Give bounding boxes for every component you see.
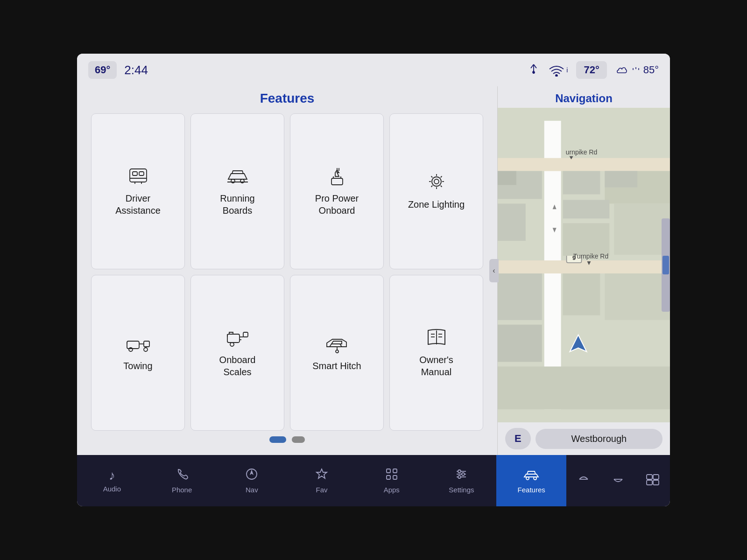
svg-point-91 xyxy=(526,477,529,480)
driver-assistance-label: DriverAssistance xyxy=(115,192,161,217)
feature-zone-lighting[interactable]: Zone Lighting xyxy=(389,113,483,269)
main-screen: 69° 2:44 i xyxy=(77,54,670,506)
svg-rect-96 xyxy=(653,475,659,479)
svg-rect-39 xyxy=(227,334,240,343)
nav-direction[interactable]: E xyxy=(505,428,531,449)
nav-panel: ‹ Navigation 9 xyxy=(497,86,670,455)
svg-rect-65 xyxy=(563,223,610,256)
svg-point-90 xyxy=(458,476,461,478)
svg-line-32 xyxy=(431,186,432,187)
page-dot-2[interactable] xyxy=(292,436,305,443)
nav-nav[interactable]: Nav xyxy=(217,455,287,506)
page-dot-1[interactable] xyxy=(269,436,286,443)
fav-label: Fav xyxy=(316,486,328,494)
towing-icon xyxy=(126,334,150,353)
svg-rect-11 xyxy=(139,172,144,175)
audio-icon: ♪ xyxy=(109,469,115,482)
nav-destination[interactable]: Westborough xyxy=(536,429,662,449)
nav-right-icons xyxy=(566,455,670,506)
svg-rect-82 xyxy=(393,469,397,473)
phone-label: Phone xyxy=(172,486,192,494)
svg-point-5 xyxy=(556,75,557,77)
svg-rect-69 xyxy=(605,273,670,320)
svg-rect-35 xyxy=(144,341,149,347)
svg-line-2 xyxy=(534,64,536,68)
feature-onboard-scales[interactable]: OnboardScales xyxy=(190,275,284,431)
svg-rect-67 xyxy=(498,325,542,362)
svg-rect-20 xyxy=(331,178,343,185)
svg-point-92 xyxy=(534,477,536,480)
svg-rect-95 xyxy=(647,475,652,479)
svg-rect-62 xyxy=(605,171,637,188)
forward-icon[interactable] xyxy=(610,473,626,489)
nav-phone[interactable]: Phone xyxy=(147,455,217,506)
feature-running-boards[interactable]: RunningBoards xyxy=(190,113,284,269)
svg-point-24 xyxy=(434,179,439,184)
running-boards-icon xyxy=(226,166,250,186)
feature-pro-power[interactable]: Pro PowerOnboard xyxy=(290,113,384,269)
svg-text:Turnpike Rd: Turnpike Rd xyxy=(573,252,608,260)
svg-rect-83 xyxy=(387,476,390,479)
running-boards-label: RunningBoards xyxy=(220,192,255,217)
clock: 2:44 xyxy=(124,63,148,77)
pro-power-icon xyxy=(325,166,349,186)
svg-rect-70 xyxy=(498,366,670,409)
owners-manual-icon xyxy=(424,328,449,347)
svg-rect-97 xyxy=(647,480,652,485)
nav-apps[interactable]: Apps xyxy=(357,455,427,506)
nav-audio[interactable]: ♪ Audio xyxy=(77,455,147,506)
feature-smart-hitch[interactable]: Smart Hitch xyxy=(290,275,384,431)
feature-towing[interactable]: Towing xyxy=(91,275,185,431)
svg-rect-9 xyxy=(130,169,147,182)
collapse-nav-button[interactable]: ‹ xyxy=(489,259,499,282)
nav-panel-title: Navigation xyxy=(498,86,670,108)
feature-owners-manual[interactable]: Owner'sManual xyxy=(389,275,483,431)
svg-point-40 xyxy=(230,343,234,346)
map-svg: 9 xyxy=(498,108,670,422)
status-right: i 72° 85° xyxy=(527,61,659,79)
features-title: Features xyxy=(91,91,483,106)
settings-label: Settings xyxy=(449,486,474,494)
wifi-icon: i xyxy=(549,63,568,77)
svg-point-37 xyxy=(144,348,148,351)
phone-icon xyxy=(176,468,189,483)
smart-hitch-label: Smart Hitch xyxy=(312,360,361,372)
nav-scroll-handle[interactable] xyxy=(662,256,669,274)
windows-icon[interactable] xyxy=(645,473,661,489)
svg-point-4 xyxy=(533,71,535,73)
weather-temp: 85° xyxy=(615,64,659,76)
settings-icon xyxy=(455,468,468,483)
svg-text:urnpike Rd: urnpike Rd xyxy=(566,148,597,156)
svg-line-1 xyxy=(531,64,534,68)
nav-features[interactable]: Features xyxy=(496,455,566,506)
bottom-nav: ♪ Audio Phone Nav xyxy=(77,455,670,506)
svg-rect-60 xyxy=(563,171,600,195)
pagination xyxy=(91,431,483,446)
driver-assistance-icon xyxy=(126,166,150,186)
outside-temp: 69° xyxy=(88,61,117,79)
svg-rect-33 xyxy=(127,341,139,349)
antenna-icon xyxy=(527,63,540,78)
svg-rect-53 xyxy=(498,158,670,171)
features-panel: Features DriverAssistance xyxy=(77,86,497,455)
nav-fav[interactable]: Fav xyxy=(287,455,357,506)
onboard-scales-icon xyxy=(226,328,250,347)
feature-driver-assistance[interactable]: DriverAssistance xyxy=(91,113,185,269)
features-icon xyxy=(523,468,539,483)
smart-hitch-icon xyxy=(325,334,349,353)
audio-label: Audio xyxy=(103,485,121,493)
nav-scrollbar[interactable] xyxy=(662,218,670,312)
nav-settings[interactable]: Settings xyxy=(427,455,497,506)
svg-line-30 xyxy=(440,186,442,187)
zone-lighting-icon xyxy=(424,172,449,192)
svg-rect-63 xyxy=(563,200,610,218)
svg-rect-58 xyxy=(498,203,526,241)
nav-bottom: E Westborough xyxy=(498,422,670,455)
nav-map[interactable]: 9 xyxy=(498,108,670,422)
apps-icon xyxy=(385,468,398,483)
svg-rect-59 xyxy=(498,171,516,185)
status-bar: 69° 2:44 i xyxy=(77,54,670,86)
svg-point-23 xyxy=(432,177,441,186)
back-icon[interactable] xyxy=(576,473,592,489)
main-content: Features DriverAssistance xyxy=(77,86,670,455)
